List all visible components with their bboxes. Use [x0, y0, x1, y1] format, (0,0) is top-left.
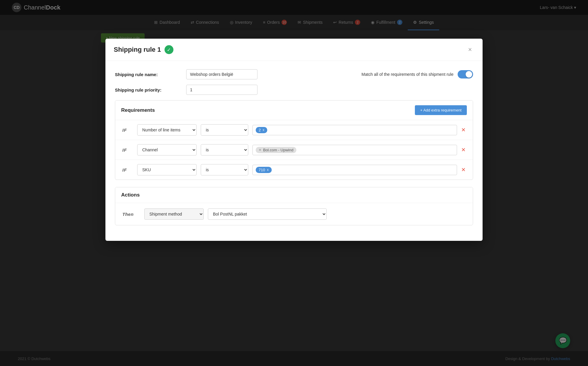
tag-remove-1[interactable]: x: [263, 128, 264, 132]
actions-header: Actions: [115, 187, 473, 203]
name-row: Shipping rule name: Match all of the req…: [115, 69, 473, 79]
operator-select-3[interactable]: is is not: [201, 164, 248, 175]
match-all-toggle[interactable]: [458, 70, 473, 78]
modal-title: Shipping rule 1: [114, 46, 161, 54]
condition-select-1[interactable]: Number of line items Channel SKU: [137, 124, 197, 136]
action-type-select[interactable]: Shipment method: [144, 208, 204, 220]
tag-text-2: Bol.com - Upwind: [263, 148, 293, 152]
condition-select-3[interactable]: Number of line items Channel SKU: [137, 164, 197, 175]
shipping-rule-modal: Shipping rule 1 ✓ × Shipping rule name: …: [105, 39, 483, 241]
requirements-title: Requirements: [121, 107, 155, 113]
modal-header: Shipping rule 1 ✓ ×: [105, 39, 483, 61]
check-icon: ✓: [165, 45, 173, 54]
requirements-section: Requirements + Add extra requirement IF …: [115, 100, 473, 180]
priority-input[interactable]: [186, 85, 257, 95]
if-label-3: IF: [122, 167, 133, 172]
requirement-row-3: IF Number of line items Channel SKU is i…: [115, 160, 473, 180]
tag-text-1: 2: [259, 128, 261, 132]
priority-row: Shipping rule priority:: [115, 85, 473, 95]
if-label-1: IF: [122, 128, 133, 133]
tag-value-1: 2 x: [256, 127, 267, 133]
actions-section: Actions Then Shipment method Bol PostNL …: [115, 187, 473, 225]
match-all-area: Match all of the requirements of this sh…: [361, 70, 473, 78]
match-all-label: Match all of the requirements of this sh…: [361, 72, 453, 77]
operator-select-1[interactable]: is is not greater than less than: [201, 124, 248, 136]
condition-select-2[interactable]: Number of line items Channel SKU: [137, 144, 197, 155]
tag-input-1[interactable]: 2 x: [252, 125, 457, 135]
remove-requirement-1[interactable]: ✕: [461, 127, 466, 133]
tag-remove-3[interactable]: x: [267, 168, 269, 172]
action-value-select[interactable]: Bol PostNL pakket DHL pakket PostNL pakk…: [208, 208, 327, 220]
then-row: Then Shipment method Bol PostNL pakket D…: [115, 203, 473, 225]
tag-input-3[interactable]: 710 x: [252, 165, 457, 175]
operator-select-2[interactable]: is is not: [201, 144, 248, 155]
requirement-row-1: IF Number of line items Channel SKU is i…: [115, 120, 473, 140]
tag-input-2[interactable]: ✕ Bol.com - Upwind: [252, 145, 457, 155]
tag-value-2: ✕ Bol.com - Upwind: [256, 147, 296, 153]
name-label: Shipping rule name:: [115, 72, 180, 77]
modal-title-area: Shipping rule 1 ✓: [114, 45, 173, 54]
actions-title: Actions: [121, 192, 140, 198]
add-requirement-button[interactable]: + Add extra requirement: [415, 105, 467, 115]
modal-body: Shipping rule name: Match all of the req…: [105, 61, 483, 241]
tag-remove-2-icon[interactable]: ✕: [259, 148, 261, 152]
modal-close-button[interactable]: ×: [466, 45, 474, 55]
tag-value-3: 710 x: [256, 167, 272, 173]
requirement-row-2: IF Number of line items Channel SKU is i…: [115, 140, 473, 160]
if-label-2: IF: [122, 147, 133, 153]
remove-requirement-3[interactable]: ✕: [461, 166, 466, 173]
remove-requirement-2[interactable]: ✕: [461, 147, 466, 153]
requirements-header: Requirements + Add extra requirement: [115, 100, 473, 120]
name-input[interactable]: [186, 69, 257, 79]
modal-overlay: Shipping rule 1 ✓ × Shipping rule name: …: [0, 0, 588, 366]
priority-label: Shipping rule priority:: [115, 87, 180, 92]
tag-text-3: 710: [259, 168, 265, 172]
then-label: Then: [122, 212, 140, 217]
